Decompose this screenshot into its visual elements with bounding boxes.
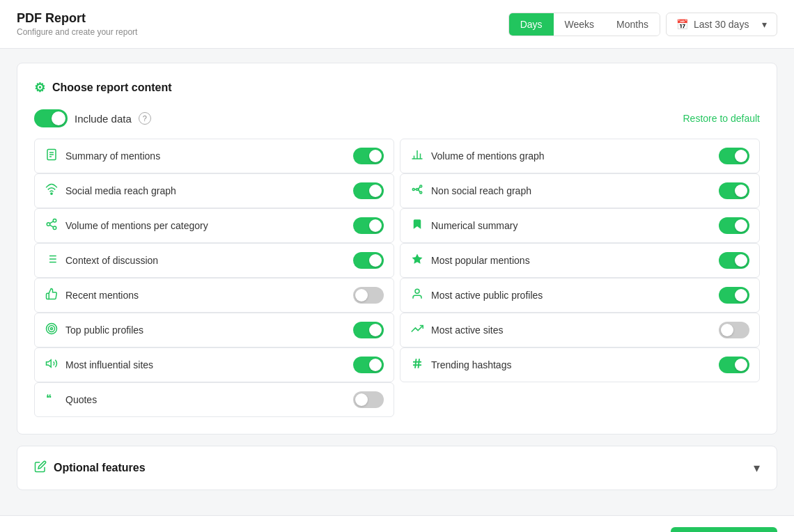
list-item: Trending hashtags: [400, 347, 760, 382]
trending-hashtags-toggle[interactable]: [719, 357, 749, 373]
generate-report-button[interactable]: Generate report: [671, 527, 777, 532]
megaphone-icon: [45, 357, 59, 373]
svg-point-7: [53, 226, 56, 230]
footer-bar: Generate report: [0, 515, 794, 532]
item-label: Volume of mentions per category: [65, 220, 208, 231]
item-left: Social media reach graph: [45, 183, 176, 198]
list-item: Top public profiles: [34, 313, 394, 347]
list-item: Most active public profiles: [400, 278, 760, 313]
wifi-icon: [45, 183, 59, 198]
svg-text:❝: ❝: [46, 393, 52, 404]
list-icon: [45, 253, 59, 268]
optional-features-label: Optional features: [54, 462, 146, 474]
volume-mentions-graph-toggle[interactable]: [719, 148, 749, 164]
list-item: Context of discussion: [34, 243, 394, 278]
optional-features-section[interactable]: Optional features ▾: [17, 446, 777, 490]
network-icon: [410, 183, 424, 198]
item-label: Non social reach graph: [431, 185, 531, 196]
thumbs-up-icon: [45, 288, 59, 303]
item-left: Most active public profiles: [410, 288, 543, 303]
summary-mentions-toggle[interactable]: [353, 148, 384, 164]
most-active-sites-toggle[interactable]: [719, 322, 749, 338]
svg-point-6: [47, 223, 50, 226]
date-range-label: Last 30 days: [694, 19, 749, 30]
include-data-row: Include data ? Restore to default: [34, 109, 760, 127]
section-header: ⚙ Choose report content: [34, 80, 760, 95]
item-left: Most active sites: [410, 322, 503, 338]
item-left: Most influential sites: [45, 357, 153, 373]
gear-icon: ⚙: [34, 80, 45, 95]
most-active-profiles-toggle[interactable]: [719, 287, 749, 304]
help-icon[interactable]: ?: [139, 112, 151, 125]
section-title: ⚙ Choose report content: [34, 80, 172, 95]
svg-point-25: [412, 189, 414, 191]
main-content: ⚙ Choose report content Include data ? R…: [0, 49, 794, 515]
page-subtitle: Configure and create your report: [17, 27, 137, 37]
svg-point-33: [415, 289, 419, 293]
svg-line-37: [419, 359, 420, 368]
item-label: Most active public profiles: [431, 290, 543, 301]
svg-point-4: [51, 193, 52, 194]
weeks-button[interactable]: Weeks: [554, 13, 606, 36]
item-left: Trending hashtags: [410, 357, 511, 373]
svg-point-28: [417, 189, 419, 191]
quotes-toggle[interactable]: [353, 391, 384, 408]
items-grid: Summary of mentions Social media reach g…: [34, 139, 760, 417]
volume-per-category-toggle[interactable]: [353, 217, 384, 234]
page-title: PDF Report: [17, 11, 137, 26]
days-button[interactable]: Days: [509, 13, 554, 36]
svg-point-17: [49, 326, 55, 332]
list-item: Summary of mentions: [34, 139, 394, 173]
list-item: Numerical summary: [400, 208, 760, 243]
social-media-reach-toggle[interactable]: [353, 182, 384, 199]
item-left: Recent mentions: [45, 288, 139, 303]
item-label: Recent mentions: [65, 290, 139, 301]
item-left: Context of discussion: [45, 253, 158, 268]
header-left: PDF Report Configure and create your rep…: [17, 11, 137, 37]
item-left: Volume of mentions per category: [45, 218, 208, 233]
chevron-down-icon: ▾: [762, 19, 767, 30]
recent-mentions-toggle[interactable]: [353, 287, 384, 304]
non-social-reach-toggle[interactable]: [719, 182, 749, 199]
svg-line-8: [49, 225, 53, 227]
bookmark-icon: [410, 218, 424, 233]
calendar-icon: 📅: [676, 19, 688, 30]
context-discussion-toggle[interactable]: [353, 252, 384, 269]
list-item: Volume of mentions per category: [34, 208, 394, 243]
item-left: Top public profiles: [45, 322, 143, 338]
svg-point-18: [51, 328, 53, 330]
item-label: Trending hashtags: [431, 359, 511, 370]
header: PDF Report Configure and create your rep…: [0, 0, 794, 49]
list-item: Most influential sites: [34, 347, 394, 382]
item-label: Most popular mentions: [431, 255, 530, 266]
item-label: Context of discussion: [65, 255, 158, 266]
item-left: ❝ Quotes: [45, 392, 97, 407]
months-button[interactable]: Months: [605, 13, 660, 36]
item-label: Numerical summary: [431, 220, 517, 231]
quote-icon: ❝: [45, 392, 59, 407]
list-item: Social media reach graph: [34, 173, 394, 208]
most-popular-mentions-toggle[interactable]: [719, 252, 749, 269]
numerical-summary-toggle[interactable]: [719, 217, 749, 234]
item-label: Volume of mentions graph: [431, 150, 545, 162]
target-icon: [45, 322, 59, 338]
include-data-left: Include data ?: [34, 109, 151, 127]
item-label: Top public profiles: [65, 324, 143, 336]
svg-marker-19: [47, 360, 52, 368]
star-icon: [410, 253, 424, 268]
item-label: Quotes: [65, 394, 97, 405]
restore-default-link[interactable]: Restore to default: [683, 113, 760, 124]
item-label: Social media reach graph: [65, 185, 176, 196]
include-data-label: Include data: [75, 113, 132, 125]
date-range-picker[interactable]: 📅 Last 30 days ▾: [666, 13, 777, 36]
include-data-toggle[interactable]: [34, 109, 68, 127]
top-public-profiles-toggle[interactable]: [353, 322, 384, 338]
item-left: Numerical summary: [410, 218, 517, 233]
bar-chart-icon: [410, 148, 424, 164]
list-item: Most popular mentions: [400, 243, 760, 278]
hashtag-icon: [410, 357, 424, 373]
right-column: Volume of mentions graph Non social reac…: [400, 139, 760, 417]
list-item: Recent mentions: [34, 278, 394, 313]
most-influential-sites-toggle[interactable]: [353, 357, 384, 373]
svg-point-5: [53, 219, 56, 223]
